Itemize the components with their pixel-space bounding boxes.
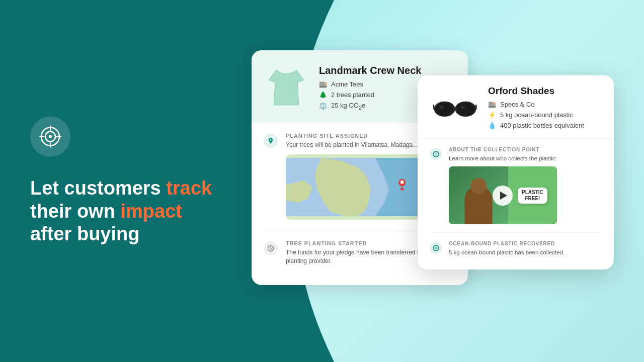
card1-trees: 2 trees planted <box>331 91 374 99</box>
headline: Let customers track their own impact aft… <box>30 177 242 246</box>
card2-timeline-content-2: OCEAN-BOUND PLASTIC RECOVERED 5 kg ocean… <box>449 241 565 256</box>
card2-timeline-item-1: ABOUT THE COLLECTION POINT Learn more ab… <box>430 139 602 233</box>
svg-point-9 <box>400 180 404 184</box>
card2-timeline-item-2: OCEAN-BOUND PLASTIC RECOVERED 5 kg ocean… <box>430 233 602 264</box>
card2-bottles: 400 plastic bottles equivalent <box>500 122 584 129</box>
card1-trees-item: 🌲 2 trees planted <box>319 91 421 99</box>
card2-meta: 🏬 Specs & Co ⚡ 5 kg ocean-bound plastic … <box>488 101 584 129</box>
tshirt-svg <box>266 65 306 110</box>
card2-brand: Specs & Co <box>500 101 535 108</box>
card2-product-name: Orford Shades <box>488 85 584 97</box>
card2-plastic: 5 kg ocean-bound plastic <box>500 111 573 119</box>
svg-point-20 <box>435 152 436 153</box>
video-thumbnail[interactable]: PLASTICFREE! <box>449 166 557 224</box>
card2-header: Orford Shades 🏬 Specs & Co ⚡ 5 kg ocean-… <box>418 75 614 139</box>
card2-timeline-label-2: OCEAN-BOUND PLASTIC RECOVERED <box>449 241 565 246</box>
card-sunglasses: Orford Shades 🏬 Specs & Co ⚡ 5 kg ocean-… <box>418 75 614 269</box>
sunglasses-image <box>430 90 480 125</box>
plastic-free-badge: PLASTICFREE! <box>518 188 547 204</box>
sunglasses-svg <box>431 95 479 120</box>
svg-point-2 <box>49 135 52 138</box>
headline-orange2: impact <box>120 200 182 221</box>
svg-point-12 <box>436 103 453 115</box>
clock-icon <box>267 245 274 252</box>
target-icon-circle <box>30 117 70 157</box>
card2-timeline-content-1: ABOUT THE COLLECTION POINT Learn more ab… <box>449 147 557 224</box>
card2-bottles-item: 💧 400 plastic bottles equivalent <box>488 122 584 129</box>
card1-meta: 🏬 Acme Tees 🌲 2 trees planted ⚖️ 25 kg C… <box>319 80 421 111</box>
person-head <box>470 178 487 194</box>
card2-timeline-desc-2: 5 kg ocean-bound plastic has been collec… <box>449 248 565 256</box>
timeline-dot-1 <box>264 134 278 148</box>
headline-line2: their own <box>30 200 115 221</box>
svg-point-18 <box>460 106 465 109</box>
tshirt-image <box>264 62 309 113</box>
svg-point-21 <box>433 245 439 251</box>
tree-icon: 🌲 <box>319 91 327 99</box>
headline-orange1: track <box>166 177 212 199</box>
card1-brand: Acme Tees <box>331 80 363 88</box>
store-icon: 🏬 <box>319 80 327 88</box>
target-icon <box>39 126 61 148</box>
card2-plastic-item: ⚡ 5 kg ocean-bound plastic <box>488 111 584 119</box>
card2-product-info: Orford Shades 🏬 Specs & Co ⚡ 5 kg ocean-… <box>488 85 584 129</box>
card1-brand-item: 🏬 Acme Tees <box>319 80 421 88</box>
card2-timeline-desc-1: Learn more about who collects the plasti… <box>449 154 557 162</box>
timeline-dot-2 <box>264 241 278 255</box>
plastic-icon: ⚡ <box>488 111 496 119</box>
headline-line1: Let customers <box>30 177 161 199</box>
svg-point-17 <box>439 106 444 109</box>
info-icon <box>433 151 439 157</box>
store-icon-2: 🏬 <box>488 101 496 108</box>
card1-product-info: Landmark Crew Neck 🏬 Acme Tees 🌲 2 trees… <box>319 65 421 111</box>
card2-brand-item: 🏬 Specs & Co <box>488 101 584 108</box>
svg-point-14 <box>457 103 474 115</box>
card1-co2-item: ⚖️ 25 kg CO2e <box>319 102 421 111</box>
svg-line-15 <box>433 105 434 109</box>
left-content: Let customers track their own impact aft… <box>30 117 242 246</box>
card2-dot-2 <box>430 242 442 254</box>
card1-co2: 25 kg CO2e <box>331 102 365 111</box>
bottle-icon: 💧 <box>488 122 496 129</box>
cards-container: Landmark Crew Neck 🏬 Acme Tees 🌲 2 trees… <box>252 35 614 327</box>
card2-body: ABOUT THE COLLECTION POINT Learn more ab… <box>418 139 614 264</box>
video-right: PLASTICFREE! <box>508 166 557 224</box>
card1-product-name: Landmark Crew Neck <box>319 65 421 76</box>
recycle-icon <box>433 245 439 251</box>
card2-dot-1 <box>430 148 442 160</box>
play-button[interactable] <box>493 186 513 206</box>
card2-timeline-label-1: ABOUT THE COLLECTION POINT <box>449 147 557 152</box>
headline-line3: after buying <box>30 223 139 244</box>
location-icon <box>267 137 274 144</box>
co2-icon: ⚖️ <box>319 102 327 110</box>
